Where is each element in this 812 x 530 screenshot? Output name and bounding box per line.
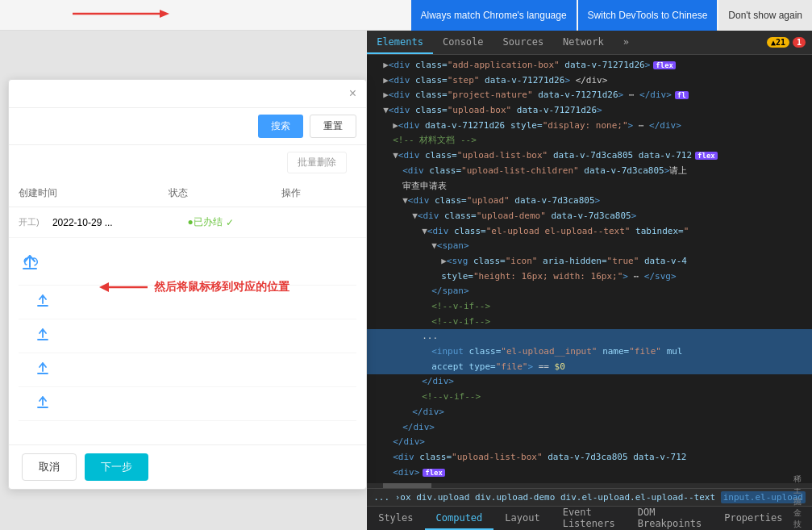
- tab-elements[interactable]: Elements: [367, 31, 433, 54]
- code-line-21[interactable]: </div>: [367, 374, 812, 390]
- code-line-9[interactable]: ▼<div class="upload" data-v-7d3ca805>: [367, 194, 812, 209]
- code-line-23[interactable]: </div>: [367, 405, 812, 420]
- code-line-17[interactable]: <!--v-if-->: [367, 315, 812, 330]
- dont-show-again-button[interactable]: Don't show again: [718, 0, 812, 31]
- col-time-header: 创建时间: [19, 186, 169, 200]
- code-line-27[interactable]: <div>flex: [367, 465, 812, 481]
- left-panel: × 搜索 重置 批量删除 创建时间 状态 操作 开工) 2022-10-29 .…: [0, 31, 367, 530]
- breadcrumb-upload-demo[interactable]: div.upload-demo: [475, 492, 555, 503]
- devtools-tabs: Elements Console Sources Network » ▲21 1: [367, 31, 812, 55]
- tab-console[interactable]: Console: [433, 31, 493, 54]
- tab-more[interactable]: »: [614, 31, 639, 54]
- code-line-20[interactable]: accept type="file"> == $0: [367, 360, 812, 375]
- code-line-8b[interactable]: 审查申请表: [367, 179, 812, 194]
- table-row: 开工) 2022-10-29 ... ●已办结 ✓: [9, 207, 366, 238]
- code-line-5[interactable]: ▶<div data-v-71271d26 style="display: no…: [367, 119, 812, 134]
- search-button[interactable]: 搜索: [258, 115, 303, 138]
- reset-button[interactable]: 重置: [310, 115, 356, 138]
- upload-item-2: [19, 286, 356, 319]
- batch-delete-toolbar: 批量删除: [9, 145, 366, 180]
- bottom-tab-layout[interactable]: Layout: [493, 507, 551, 530]
- dialog-header: ×: [9, 80, 366, 108]
- upload-cloud-icon-5[interactable]: [35, 394, 51, 414]
- status-dot: ●已办结: [188, 215, 223, 229]
- row-status: ●已办结 ✓: [188, 215, 289, 229]
- dialog: × 搜索 重置 批量删除 创建时间 状态 操作 开工) 2022-10-29 .…: [8, 79, 367, 490]
- code-line-14[interactable]: style="height: 16px; width: 16px;"> ⋯ </…: [367, 269, 812, 285]
- upload-cloud-icon-large[interactable]: [19, 251, 41, 278]
- code-line-10[interactable]: ▼<div class="upload-demo" data-v-7d3ca80…: [367, 209, 812, 224]
- code-line-26[interactable]: <div class="upload-list-box" data-v-7d3c…: [367, 450, 812, 465]
- next-button[interactable]: 下一步: [85, 453, 148, 481]
- breadcrumb-ox[interactable]: ... ›ox: [373, 492, 410, 503]
- h-scroll-thumb[interactable]: [383, 483, 431, 488]
- upload-list: 然后将鼠标移到对应的位置: [9, 238, 366, 444]
- code-line-12[interactable]: ▼<span>: [367, 239, 812, 254]
- code-line-3[interactable]: ▶<div class="project-nature" data-v-7127…: [367, 88, 812, 103]
- bottom-tab-styles[interactable]: Styles: [367, 507, 424, 530]
- match-language-button[interactable]: Always match Chrome's language: [411, 0, 577, 31]
- bottom-tab-event-listeners[interactable]: Event Listeners: [552, 502, 627, 531]
- upload-item-3: [19, 319, 356, 353]
- code-line-22[interactable]: <!--v-if-->: [367, 390, 812, 405]
- top-bar: Always match Chrome's language Switch De…: [0, 0, 812, 31]
- table-row-label: 开工): [19, 216, 52, 228]
- code-line-16[interactable]: <!--v-if-->: [367, 299, 812, 315]
- code-line-8[interactable]: <div class="upload-list-children" data-v…: [367, 164, 812, 179]
- code-line-4[interactable]: ▼<div class="upload-box" data-v-71271d26…: [367, 103, 812, 119]
- col-action-header: 操作: [281, 186, 356, 200]
- dialog-close-button[interactable]: ×: [349, 86, 356, 101]
- code-line-6[interactable]: <!-- 材料文档 -->: [367, 133, 812, 148]
- main-layout: × 搜索 重置 批量删除 创建时间 状态 操作 开工) 2022-10-29 .…: [0, 31, 812, 530]
- devtools-buttons: Always match Chrome's language Switch De…: [411, 0, 812, 31]
- col-status-header: 状态: [169, 186, 281, 200]
- breadcrumb-input[interactable]: input.el-upload: [721, 491, 806, 503]
- bottom-tab-properties[interactable]: Properties: [713, 507, 793, 530]
- row-time: 2022-10-29 ...: [52, 217, 188, 228]
- annotation-arrow-icon: [73, 6, 169, 21]
- upload-cloud-icon-2[interactable]: [35, 292, 51, 312]
- code-line-19[interactable]: <input class="el-upload__input" name="fi…: [367, 344, 812, 360]
- error-badge: 1: [793, 37, 806, 48]
- top-bar-left: [0, 6, 411, 23]
- tab-network[interactable]: Network: [553, 31, 614, 54]
- dialog-footer: 取消 下一步: [9, 444, 366, 489]
- code-line-15[interactable]: </span>: [367, 284, 812, 299]
- code-line-7[interactable]: ▼<div class="upload-list-box" data-v-7d3…: [367, 148, 812, 164]
- upload-item-5: [19, 387, 356, 421]
- upload-cloud-icon-4[interactable]: [35, 360, 51, 380]
- code-line-1[interactable]: ▶<div class="add-application-box" data-v…: [367, 58, 812, 73]
- devtools-icons: ▲21 1: [767, 37, 812, 48]
- code-area[interactable]: ▶<div class="add-application-box" data-v…: [367, 55, 812, 483]
- dialog-toolbar: 搜索 重置: [9, 108, 366, 145]
- devtools-panel: Elements Console Sources Network » ▲21 1…: [367, 31, 812, 530]
- code-line-25[interactable]: </div>: [367, 435, 812, 450]
- bottom-tab-computed[interactable]: Computed: [425, 507, 494, 530]
- table-header: 创建时间 状态 操作: [9, 180, 366, 207]
- horizontal-scrollbar[interactable]: [367, 483, 812, 488]
- upload-item-4: [19, 353, 356, 387]
- code-line-2[interactable]: ▶<div class="step" data-v-71271d26> </di…: [367, 73, 812, 89]
- code-line-11[interactable]: ▼<div class="el-upload el-upload--text" …: [367, 224, 812, 240]
- bottom-panel-tabs: Styles Computed Layout Event Listeners D…: [367, 506, 812, 530]
- switch-devtools-button[interactable]: Switch DevTools to Chinese: [578, 0, 718, 31]
- code-line-18[interactable]: ...: [367, 329, 812, 344]
- warning-badge: ▲21: [767, 37, 789, 48]
- community-label: 稀土掘金技术社区: [793, 474, 812, 531]
- upload-item-1: [19, 244, 356, 286]
- upload-cloud-icon-3[interactable]: [35, 326, 51, 346]
- svg-marker-1: [160, 10, 169, 18]
- tab-sources[interactable]: Sources: [493, 31, 554, 54]
- status-check-icon: ✓: [226, 217, 234, 228]
- code-line-24[interactable]: </div>: [367, 420, 812, 436]
- code-line-13[interactable]: ▶<svg class="icon" aria-hidden="true" da…: [367, 254, 812, 269]
- breadcrumb-upload[interactable]: div.upload: [416, 492, 469, 503]
- cancel-button[interactable]: 取消: [22, 453, 77, 481]
- bottom-tab-dom-breakpoints[interactable]: DOM Breakpoints: [627, 502, 713, 531]
- batch-delete-button[interactable]: 批量删除: [287, 152, 347, 173]
